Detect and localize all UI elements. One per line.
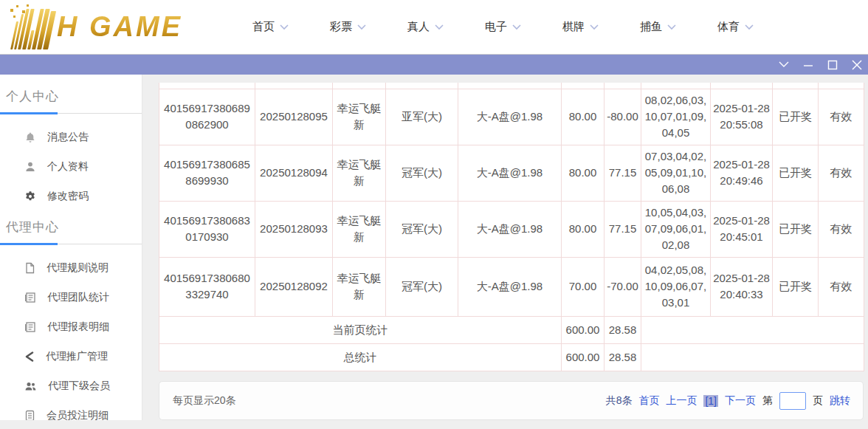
summary-label: 总统计 <box>159 343 562 371</box>
logo-dot <box>10 9 13 12</box>
cell-play: 冠军(大) <box>386 257 458 316</box>
sidebar-item-label: 代理报表明细 <box>47 320 109 334</box>
chevron-down-icon <box>280 24 289 30</box>
bet-records-table-wrap: 401569173806890862900 20250128095 幸运飞艇新 … <box>159 83 864 371</box>
app-header: H GAME 首页 彩票 真人 电子 棋牌 捕鱼 体育 <box>0 0 868 54</box>
cell-valid: 有效 <box>819 257 864 316</box>
cell-numbers: 07,03,04,02,05,09,01,10,06,08 <box>641 145 711 201</box>
cell-game: 幸运飞艇新 <box>333 257 386 316</box>
nav-item-electronic[interactable]: 电子 <box>485 20 521 34</box>
sidebar-item-agent-team-stats[interactable]: 代理团队统计 <box>0 283 142 312</box>
pagination-total: 共8条 <box>606 394 633 408</box>
nav-item-label: 彩票 <box>330 20 352 34</box>
maximize-icon[interactable] <box>827 60 838 70</box>
table-row: 401569173806890862900 20250128095 幸运飞艇新 … <box>159 89 864 145</box>
report-icon <box>24 321 36 333</box>
cell-profit: -80.00 <box>604 89 641 145</box>
nav-item-cards[interactable]: 棋牌 <box>562 20 599 34</box>
sidebar-item-member-bet-detail[interactable]: 会员投注明细 <box>0 401 142 420</box>
nav-item-label: 电子 <box>485 20 507 34</box>
logo-dot <box>27 4 29 7</box>
table-row-clipped <box>159 83 864 89</box>
summary-row-current-page: 当前页统计 600.00 28.58 <box>159 316 864 343</box>
close-icon[interactable] <box>852 60 862 70</box>
sidebar-section-title-personal: 个人中心 <box>0 88 142 105</box>
chevron-down-icon <box>745 24 754 30</box>
users-icon <box>24 380 37 392</box>
cell-odds: 大-A盘@1.98 <box>458 89 562 145</box>
pagination-prev[interactable]: 上一页 <box>666 394 697 408</box>
sidebar-item-label: 代理团队统计 <box>47 291 109 304</box>
logo-text: H GAME <box>57 11 182 43</box>
pagination-jump-prefix: 第 <box>762 394 773 408</box>
window-titlebar <box>0 54 868 75</box>
cell-order-id: 401569173806858699930 <box>159 145 255 201</box>
sidebar-item-label: 修改密码 <box>47 190 89 203</box>
sidebar-item-agent-report-detail[interactable]: 代理报表明细 <box>0 312 142 342</box>
cell-status: 已开奖 <box>773 201 819 257</box>
cell-order-id: 401569173806803329740 <box>159 257 255 316</box>
sidebar-item-messages[interactable]: 消息公告 <box>0 123 142 152</box>
cell-issue: 20250128092 <box>255 257 333 316</box>
cell-numbers: 10,05,04,03,07,09,06,01,02,08 <box>641 201 711 257</box>
cell-amount: 80.00 <box>562 89 604 145</box>
cell-status: 已开奖 <box>773 257 819 316</box>
cell-valid: 有效 <box>819 145 864 201</box>
nav-item-home[interactable]: 首页 <box>252 20 289 34</box>
gear-icon <box>24 191 36 202</box>
nav-item-sports[interactable]: 体育 <box>717 20 754 34</box>
collapse-chevron-icon[interactable] <box>779 60 789 70</box>
sidebar-item-agent-rules[interactable]: 代理规则说明 <box>0 253 142 283</box>
summary-profit: 28.58 <box>604 316 641 343</box>
pagination-current-page: [1] <box>703 395 718 407</box>
sidebar-item-profile[interactable]: 个人资料 <box>0 152 142 182</box>
cell-play: 亚军(大) <box>386 89 458 145</box>
minimize-icon[interactable] <box>803 60 813 70</box>
sidebar-item-label: 个人资料 <box>47 160 89 174</box>
chevron-down-icon <box>512 24 521 30</box>
report-icon <box>24 292 36 303</box>
cell-issue: 20250128093 <box>255 201 333 257</box>
main-nav: 首页 彩票 真人 电子 棋牌 捕鱼 体育 <box>252 20 754 34</box>
table-row: 401569173806830170930 20250128093 幸运飞艇新 … <box>159 201 864 257</box>
cell-issue: 20250128095 <box>255 89 333 145</box>
cell-profit: -70.00 <box>604 257 641 316</box>
chevron-down-icon <box>435 24 444 30</box>
summary-amount: 600.00 <box>562 343 604 371</box>
page-number-input[interactable] <box>779 392 806 410</box>
cell-profit: 77.15 <box>604 145 641 201</box>
sidebar-item-agent-promotion[interactable]: 代理推广管理 <box>0 342 142 371</box>
cell-numbers: 04,02,05,08,10,09,06,07,03,01 <box>641 257 711 316</box>
summary-empty <box>641 343 864 371</box>
user-icon <box>24 161 36 173</box>
pagination-jump-suffix: 页 <box>813 394 823 408</box>
chevron-down-icon <box>357 24 366 30</box>
cell-amount: 80.00 <box>562 145 604 201</box>
summary-empty <box>641 316 864 343</box>
nav-item-label: 首页 <box>252 20 275 34</box>
nav-item-live[interactable]: 真人 <box>407 20 444 34</box>
cell-play: 冠军(大) <box>386 145 458 201</box>
cell-valid: 有效 <box>819 89 864 145</box>
cell-game: 幸运飞艇新 <box>333 89 386 145</box>
sidebar-item-label: 代理推广管理 <box>46 350 108 363</box>
page-size-text: 每页显示20条 <box>173 394 236 408</box>
cell-issue: 20250128094 <box>255 145 333 201</box>
pagination-first[interactable]: 首页 <box>638 394 659 408</box>
nav-item-label: 体育 <box>717 20 740 34</box>
sidebar-item-label: 代理规则说明 <box>46 261 108 275</box>
sidebar-section-title-agent: 代理中心 <box>0 219 142 236</box>
section-underline <box>0 113 142 114</box>
share-icon <box>24 351 35 363</box>
logo-dot <box>16 5 18 7</box>
nav-item-lottery[interactable]: 彩票 <box>330 20 366 34</box>
sidebar-item-change-password[interactable]: 修改密码 <box>0 182 142 211</box>
logo[interactable]: H GAME <box>4 3 218 52</box>
sidebar-item-agent-members[interactable]: 代理下级会员 <box>0 371 142 401</box>
nav-item-fishing[interactable]: 捕鱼 <box>640 20 676 34</box>
pagination-next[interactable]: 下一页 <box>725 394 756 408</box>
cell-time: 2025-01-28 20:40:33 <box>711 257 773 316</box>
sidebar-item-label: 消息公告 <box>47 131 89 144</box>
pagination-jump-button[interactable]: 跳转 <box>830 394 850 408</box>
cell-time: 2025-01-28 20:49:46 <box>711 145 773 201</box>
